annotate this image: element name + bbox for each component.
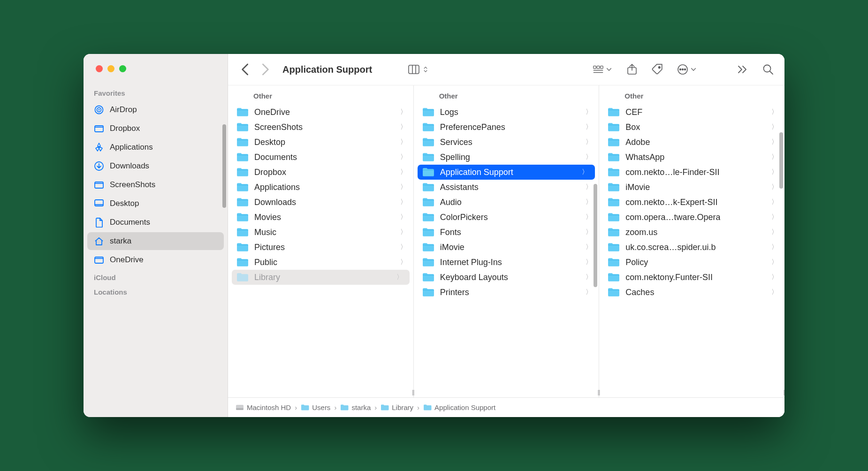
folder-label: OneDrive <box>254 107 290 117</box>
folder-row[interactable]: com.opera…tware.Opera〉 <box>599 210 784 225</box>
back-button[interactable] <box>238 62 253 77</box>
folder-icon <box>422 122 434 132</box>
folder-row[interactable]: Desktop〉 <box>228 135 413 150</box>
path-item[interactable]: Application Support <box>423 403 495 411</box>
folder-row[interactable]: Applications〉 <box>228 180 413 195</box>
sidebar-item-dropbox[interactable]: Dropbox <box>87 120 224 137</box>
folder-icon <box>608 257 620 267</box>
folder-row[interactable]: Documents〉 <box>228 150 413 165</box>
column-resize-handle[interactable]: || <box>783 388 784 395</box>
column-scrollbar[interactable] <box>594 184 597 287</box>
folder-row[interactable]: ColorPickers〉 <box>414 210 599 225</box>
chevron-right-icon: 〉 <box>400 198 407 206</box>
sidebar-item-label: Dropbox <box>110 124 140 133</box>
folder-row[interactable]: Policy〉 <box>599 255 784 270</box>
search-button[interactable] <box>762 63 774 76</box>
share-button[interactable] <box>626 63 638 76</box>
path-item[interactable]: Macintosh HD <box>236 403 291 411</box>
column-body[interactable]: CEF〉Box〉Adobe〉WhatsApp〉com.nekto…le-Find… <box>599 105 784 397</box>
folder-row[interactable]: Adobe〉 <box>599 135 784 150</box>
sidebar-item-screenshots[interactable]: ScreenShots <box>87 176 224 194</box>
folder-icon <box>422 137 434 147</box>
folder-row[interactable]: Box〉 <box>599 120 784 135</box>
folder-label: Policy <box>625 258 648 267</box>
folder-row[interactable]: Downloads〉 <box>228 195 413 210</box>
folder-icon <box>381 404 389 411</box>
folder-row[interactable]: Dropbox〉 <box>228 165 413 180</box>
path-label: Application Support <box>434 403 495 411</box>
folder-row[interactable]: Printers〉 <box>414 285 599 300</box>
folder-row[interactable]: Spelling〉 <box>414 150 599 165</box>
fullscreen-button[interactable] <box>119 65 126 72</box>
chevron-right-icon: 〉 <box>400 183 407 191</box>
column-body[interactable]: OneDrive〉ScreenShots〉Desktop〉Documents〉D… <box>228 105 413 397</box>
sidebar-item-airdrop[interactable]: AirDrop <box>87 101 224 119</box>
sidebar-item-documents[interactable]: Documents <box>87 213 224 231</box>
close-button[interactable] <box>96 65 103 72</box>
chevron-right-icon: 〉 <box>400 243 407 251</box>
sidebar-item-downloads[interactable]: Downloads <box>87 157 224 175</box>
folder-row[interactable]: uk.co.screa…spider.ui.b〉 <box>599 240 784 255</box>
folder-row[interactable]: Keyboard Layouts〉 <box>414 270 599 285</box>
folder-row[interactable]: PreferencePanes〉 <box>414 120 599 135</box>
sidebar-item-onedrive[interactable]: OneDrive <box>87 251 224 269</box>
chevron-right-icon: 〉 <box>586 273 592 281</box>
view-mode-button[interactable] <box>408 63 429 76</box>
folder-label: Fonts <box>440 228 461 237</box>
folder-row[interactable]: OneDrive〉 <box>228 105 413 120</box>
folder-label: WhatsApp <box>625 152 664 162</box>
sidebar-item-desktop[interactable]: Desktop <box>87 195 224 213</box>
folder-row[interactable]: Logs〉 <box>414 105 599 120</box>
folder-row[interactable]: Internet Plug-Ins〉 <box>414 255 599 270</box>
folder-row[interactable]: ScreenShots〉 <box>228 120 413 135</box>
folder-label: iMovie <box>440 243 464 252</box>
folder-icon <box>608 287 620 297</box>
group-by-button[interactable] <box>592 63 613 76</box>
sidebar-scrollbar[interactable] <box>222 124 226 208</box>
folder-icon <box>422 107 434 117</box>
folder-row[interactable]: Library〉 <box>232 270 410 285</box>
folder-row[interactable]: Audio〉 <box>414 195 599 210</box>
grid-icon <box>592 63 604 76</box>
folder-row[interactable]: Application Support〉 <box>418 165 595 180</box>
folder-row[interactable]: Pictures〉 <box>228 240 413 255</box>
chevron-right-icon: 〉 <box>586 123 592 131</box>
column-scrollbar[interactable] <box>779 132 783 189</box>
folder-row[interactable]: iMovie〉 <box>414 240 599 255</box>
folder-icon <box>236 152 249 162</box>
folder-row[interactable]: zoom.us〉 <box>599 225 784 240</box>
folder-row[interactable]: Caches〉 <box>599 285 784 300</box>
sidebar-item-starka[interactable]: starka <box>87 232 224 250</box>
action-menu-button[interactable] <box>677 63 697 76</box>
tags-button[interactable] <box>651 63 663 76</box>
path-item[interactable]: Users <box>301 403 330 411</box>
minimize-button[interactable] <box>107 65 114 72</box>
folder-label: Spelling <box>440 152 470 162</box>
folder-row[interactable]: com.nekto…k-Expert-SII〉 <box>599 195 784 210</box>
hdd-icon <box>236 404 244 411</box>
forward-button[interactable] <box>257 62 272 77</box>
folder-row[interactable]: WhatsApp〉 <box>599 150 784 165</box>
folder-row[interactable]: Music〉 <box>228 225 413 240</box>
overflow-button[interactable] <box>737 63 749 76</box>
column-body[interactable]: Logs〉PreferencePanes〉Services〉Spelling〉A… <box>414 105 599 397</box>
folder-row[interactable]: Services〉 <box>414 135 599 150</box>
sidebar-item-applications[interactable]: Applications <box>87 138 224 156</box>
folder-row[interactable]: CEF〉 <box>599 105 784 120</box>
path-item[interactable]: starka <box>340 403 371 411</box>
folder-row[interactable]: Fonts〉 <box>414 225 599 240</box>
folder-row[interactable]: Assistants〉 <box>414 180 599 195</box>
folder-row[interactable]: Public〉 <box>228 255 413 270</box>
path-item[interactable]: Library <box>381 403 413 411</box>
folder-icon <box>236 197 249 207</box>
folder-row[interactable]: com.nekto…le-Finder-SII〉 <box>599 165 784 180</box>
folder-row[interactable]: com.nektony.Funter-SII〉 <box>599 270 784 285</box>
chevron-right-icon: 〉 <box>400 213 407 221</box>
folder-icon <box>608 107 620 117</box>
folder-row[interactable]: iMovie〉 <box>599 180 784 195</box>
folder-label: Movies <box>254 213 281 222</box>
folder-row[interactable]: Movies〉 <box>228 210 413 225</box>
ellipsis-circle-icon <box>677 63 689 76</box>
sidebar-section-label: Favorites <box>84 85 228 100</box>
folder-label: CEF <box>625 107 642 117</box>
